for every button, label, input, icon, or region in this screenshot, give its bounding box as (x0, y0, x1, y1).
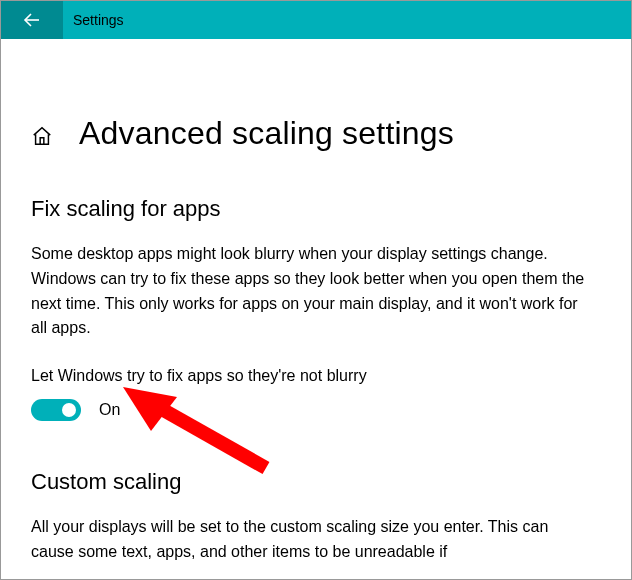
custom-scaling-description: All your displays will be set to the cus… (31, 515, 591, 565)
toggle-knob (62, 403, 76, 417)
fix-blurry-toggle-row: On (31, 399, 601, 421)
fix-blurry-toggle-state: On (99, 401, 120, 419)
settings-window: Settings Advanced scaling settings Fix s… (0, 0, 632, 580)
title-bar: Settings (1, 1, 631, 39)
fix-scaling-heading: Fix scaling for apps (31, 196, 601, 222)
page-title: Advanced scaling settings (79, 115, 454, 152)
home-icon[interactable] (31, 125, 53, 147)
fix-blurry-toggle-label: Let Windows try to fix apps so they're n… (31, 367, 601, 385)
window-title: Settings (73, 12, 124, 28)
content-area: Advanced scaling settings Fix scaling fo… (1, 39, 631, 565)
arrow-left-icon (22, 10, 42, 30)
page-header: Advanced scaling settings (31, 115, 601, 152)
custom-scaling-heading: Custom scaling (31, 469, 601, 495)
fix-blurry-toggle[interactable] (31, 399, 81, 421)
fix-scaling-description: Some desktop apps might look blurry when… (31, 242, 591, 341)
back-button[interactable] (1, 1, 63, 39)
